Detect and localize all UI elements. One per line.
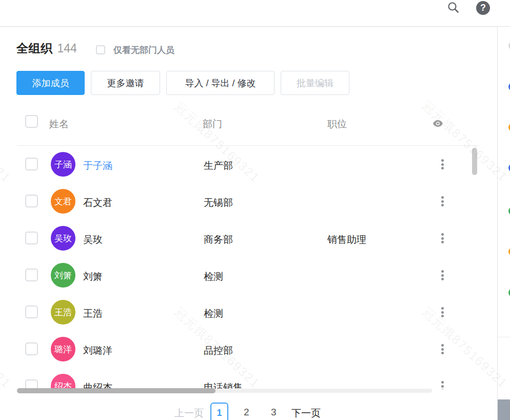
row-more-actions-icon[interactable]	[441, 233, 444, 243]
member-count: 144	[57, 42, 77, 55]
avatar: 子涵	[51, 152, 75, 177]
batch-edit-button[interactable]: 批量编辑	[281, 71, 349, 95]
toolbar: 添加成员 更多邀请 导入 / 导出 / 修改 批量编辑	[16, 71, 349, 95]
table-body: 子涵 于子涵 生产部 文君 石文君 无锡部 吴玫 吴玫 商务部 销售助理 刘箫 …	[0, 146, 482, 389]
more-invite-button[interactable]: 更多邀请	[91, 71, 160, 95]
row-checkbox[interactable]	[25, 269, 38, 281]
row-more-actions-icon[interactable]	[441, 344, 444, 354]
page-title: 全组织	[16, 41, 53, 56]
row-more-actions-icon[interactable]	[441, 381, 444, 389]
avatar: 王浩	[51, 300, 75, 324]
avatar: 吴玫	[51, 226, 75, 251]
right-panel-gray-block	[498, 399, 510, 420]
avatar: 刘箫	[51, 263, 75, 288]
title-row: 全组织 144	[16, 41, 77, 55]
add-member-button[interactable]: 添加成员	[16, 71, 85, 95]
column-header-name: 姓名	[49, 118, 69, 131]
table-row[interactable]: 刘箫 刘箫 检测	[0, 257, 482, 294]
table-row[interactable]: 文君 石文君 无锡部	[0, 183, 482, 220]
prev-page-button[interactable]: 上一页	[174, 407, 204, 420]
filter-checkbox[interactable]	[96, 45, 105, 54]
avatar: 文君	[51, 189, 75, 214]
pagination: 上一页 1 2 3 下一页	[0, 403, 482, 420]
import-export-button[interactable]: 导入 / 导出 / 修改	[166, 71, 274, 95]
table-row[interactable]: 子涵 于子涵 生产部	[0, 146, 482, 183]
member-name[interactable]: 石文君	[83, 196, 112, 209]
column-header-position: 职位	[327, 118, 347, 131]
table-row[interactable]: 吴玫 吴玫 商务部 销售助理	[0, 220, 482, 257]
member-department: 检测	[204, 307, 223, 320]
page-2-button[interactable]: 2	[244, 407, 249, 418]
page-3-button[interactable]: 3	[271, 407, 277, 418]
column-header-dept: 部门	[203, 118, 222, 131]
row-more-actions-icon[interactable]	[441, 196, 444, 206]
org-members-page: ? 全组织 144 仅看无部门人员 添加成员 更多邀请 导入 / 导出 / 修改…	[0, 0, 510, 420]
row-more-actions-icon[interactable]	[441, 307, 444, 317]
avatar: 璐洋	[51, 337, 75, 361]
right-panel-divider	[498, 337, 510, 337]
table-header: 姓名 部门 职位	[0, 109, 482, 133]
vertical-scrollbar-thumb[interactable]	[472, 148, 477, 175]
top-bar: ?	[0, 0, 510, 27]
select-all-checkbox[interactable]	[25, 115, 38, 128]
row-checkbox[interactable]	[25, 158, 38, 170]
member-department: 无锡部	[204, 196, 233, 209]
member-department: 检测	[204, 270, 223, 283]
table-row[interactable]: 璐洋 刘璐洋 品控部	[0, 331, 482, 368]
page-1-button[interactable]: 1	[210, 403, 228, 420]
row-checkbox[interactable]	[25, 342, 38, 355]
member-name[interactable]: 王浩	[83, 307, 103, 320]
row-more-actions-icon[interactable]	[441, 270, 444, 280]
member-name[interactable]: 吴玫	[83, 233, 103, 246]
eye-column-settings-icon[interactable]	[433, 120, 443, 127]
member-department: 品控部	[204, 344, 233, 357]
row-checkbox[interactable]	[25, 306, 38, 318]
row-checkbox[interactable]	[25, 195, 38, 207]
row-more-actions-icon[interactable]	[441, 159, 444, 169]
table-row[interactable]: 绍杰 曲绍杰 电话销售	[0, 368, 482, 389]
help-icon[interactable]: ?	[476, 1, 490, 15]
main-content: 全组织 144 仅看无部门人员 添加成员 更多邀请 导入 / 导出 / 修改 批…	[0, 27, 497, 420]
table-row[interactable]: 王浩 王浩 检测	[0, 294, 482, 331]
member-department: 商务部	[204, 233, 233, 246]
member-name[interactable]: 刘箫	[83, 270, 103, 283]
avatar: 绍杰	[51, 374, 75, 389]
search-icon[interactable]	[447, 1, 459, 13]
member-department: 生产部	[204, 159, 233, 173]
row-checkbox[interactable]	[25, 232, 38, 244]
next-page-button[interactable]: 下一页	[291, 407, 321, 420]
member-name[interactable]: 于子涵	[83, 159, 112, 173]
member-name[interactable]: 刘璐洋	[83, 344, 112, 357]
member-position: 销售助理	[327, 233, 366, 246]
right-edge-panel	[497, 27, 510, 420]
filter-label: 仅看无部门人员	[113, 44, 174, 56]
horizontal-scrollbar-thumb[interactable]	[17, 388, 215, 393]
